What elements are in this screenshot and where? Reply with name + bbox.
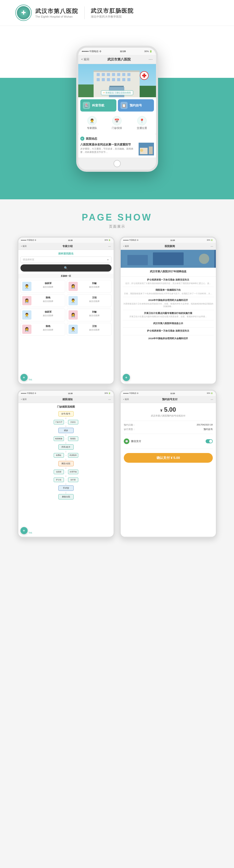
payment-back-button[interactable]: < 返回: [123, 398, 129, 401]
hospital1-sub: The Eighth Hospital of Wuhan: [35, 15, 78, 18]
expert-label: 专家团队: [87, 126, 97, 130]
flow-arrow-5: ↓: [21, 450, 111, 453]
payment-toggle[interactable]: [206, 439, 213, 443]
appointment-button[interactable]: 📋 预约挂号: [118, 99, 154, 112]
expert-card[interactable]: 👨‍⚕️徐跃军副主任医师: [21, 280, 65, 293]
payment-divider-2: [124, 434, 213, 434]
news-signal: ●●●●● 中国电信 令: [123, 239, 138, 242]
flow-box-2: 分诊台: [68, 420, 78, 425]
hospital2-name: 武汉市肛肠医院: [91, 7, 134, 15]
expert-card[interactable]: 👨‍⚕️王恒副主任医师: [67, 323, 111, 336]
svg-rect-16: [117, 78, 120, 81]
phone-back-button[interactable]: < 返回: [81, 57, 89, 61]
news-list-item-excerpt: 为贯彻落实医疗卫生体制深化改革政策方向，全面、客观的评价大会举措，现高效精准的制…: [123, 303, 214, 308]
news-item-title: 八医院离退休老同志欢聚一堂共渡重阳节: [80, 143, 136, 147]
expert-team-item[interactable]: 👨‍⚕️ 专家团队: [80, 115, 104, 131]
home-button[interactable]: [113, 160, 121, 167]
news-item[interactable]: 八医院离退休老同志欢聚一堂共渡重阳节 岁岁重阳，今又重阳，节目多多，其乐融融。新…: [80, 143, 154, 155]
news-list-item[interactable]: 2016年中国临床合理用药大会顺利召开: [123, 335, 214, 343]
screenshots-grid: ●●●●● 中国电信 令 12:20 30% 🔋 < 返回 专家介绍 ··· 按…: [12, 237, 222, 538]
process-fab-label: 导航: [29, 532, 32, 534]
svg-rect-8: [112, 73, 115, 76]
svg-rect-4: [94, 70, 140, 72]
news-featured-item[interactable]: 武汉市第八医院2017年招聘信息: [121, 268, 216, 277]
wechat-pay-option[interactable]: 💬 微信支付: [124, 438, 141, 444]
expert-back-button[interactable]: < 返回: [21, 245, 27, 248]
expert-info: 王恒副主任医师: [79, 296, 110, 303]
expert-search-bar[interactable]: 🔍: [21, 265, 111, 272]
department-select[interactable]: 请选择科室 ▼: [21, 256, 111, 263]
process-back-button[interactable]: < 返回: [21, 398, 27, 401]
confirm-pay-button[interactable]: 确认支付 ¥ 5.00: [124, 453, 213, 463]
news-header: + 医院动态: [80, 136, 154, 141]
hospital1-text: 武汉市第八医院 The Eighth Hospital of Wuhan: [35, 7, 78, 18]
phone-signal: ●●●●● 中国电信 令: [82, 50, 102, 53]
flow-arrow-1: ↓: [21, 417, 111, 420]
expert-more-button[interactable]: ···: [108, 245, 111, 248]
clinic-icon: 📅: [112, 116, 122, 125]
svg-rect-20: [109, 86, 124, 87]
news-time: 12:20: [170, 239, 175, 241]
expert-phone-mockup: ●●●●● 中国电信 令 12:20 30% 🔋 < 返回 专家介绍 ··· 按…: [18, 237, 114, 384]
news-list-item[interactable]: 2016年中国临床合理用药大会顺利召开为贯彻落实医疗卫生体制深化改革政策方向，全…: [123, 297, 214, 310]
svg-point-31: [199, 254, 209, 264]
page-show-section: PAGE SHOW 页面展示 ●●●●● 中国电信 令 12:20 30% 🔋 …: [0, 199, 234, 556]
payment-value: 5.00: [164, 406, 176, 413]
svg-rect-23: [142, 75, 146, 76]
expert-card[interactable]: 👩‍⚕️刘敏副主任医师: [67, 309, 111, 321]
expert-dept: 副主任医师: [79, 329, 110, 331]
phone-more-button[interactable]: ···: [149, 57, 153, 62]
expert-card[interactable]: 👩‍⚕️陈艳副主任医师: [21, 323, 65, 336]
expert-dept: 副主任医师: [79, 314, 110, 317]
expert-grid: 👨‍⚕️徐跃军副主任医师👩‍⚕️刘敏副主任医师👩‍⚕️陈艳副主任医师👨‍⚕️王恒…: [19, 278, 113, 337]
payment-type-value: 预约挂号: [204, 428, 213, 431]
svg-rect-26: [149, 147, 153, 154]
svg-rect-9: [117, 73, 120, 76]
flow-box-ward: 住院部: [54, 470, 64, 474]
expert-name: 刘敏: [79, 282, 110, 285]
flow-arrow-7: ↓: [21, 467, 111, 469]
payment-divider-1: [124, 421, 213, 421]
payment-nav-bar: < 返回 预约挂号支付 ···: [121, 396, 216, 403]
flow-arrow-9: ↓: [21, 483, 111, 485]
expert-card[interactable]: 👩‍⚕️刘敏副主任医师: [67, 280, 111, 293]
svg-rect-30: [153, 252, 184, 265]
flow-box-treatment: 治疗室: [68, 477, 78, 482]
expert-info: 王恒副主任医师: [79, 324, 110, 331]
badge-text: 医保定点 三级公立综合医院: [106, 91, 131, 94]
flow-row-1: 门诊大厅 → 分诊台: [21, 420, 111, 425]
department-nav-button[interactable]: 🏥 科室导航: [80, 99, 116, 112]
news-fab-button[interactable]: +: [123, 374, 130, 381]
process-more-button[interactable]: ···: [108, 398, 111, 401]
wechat-pay-label: 微信支付: [131, 439, 141, 443]
expert-card[interactable]: 👩‍⚕️陈艳副主任医师: [21, 294, 65, 307]
news-list-item[interactable]: 武汉市第八医院环境信息公示: [123, 320, 214, 328]
expert-name: 王恒: [79, 296, 110, 299]
expert-card[interactable]: 👨‍⚕️王恒副主任医师: [67, 294, 111, 307]
news-more-button[interactable]: ···: [210, 245, 213, 248]
news-back-button[interactable]: < 返回: [123, 245, 129, 248]
expert-info: 陈艳副主任医师: [33, 296, 63, 303]
news-list-item-excerpt: 日前，我院陆续迎来了77名来自德国的知名大学学生参与实习，在我院工作了一个月的时…: [123, 292, 214, 295]
flow-node-start: 挂号/取号: [58, 411, 74, 416]
expert-card[interactable]: 👨‍⚕️徐跃军副主任医师: [21, 309, 65, 321]
news-phone-mockup: ●●●●● 中国电信 令 12:20 30% 🔋 < 返回 医院新闻 ··· 武…: [120, 237, 217, 384]
site-header: ✚ 武汉市第八医院 The Eighth Hospital of Wuhan 武…: [0, 0, 234, 26]
navigation-fab-button[interactable]: +: [21, 374, 28, 381]
news-list-item[interactable]: 护士招房发现一万余元现金 连夜交还失主近日，护士招房发现了大量失落的钱财并连夜归…: [123, 277, 214, 287]
hospital-badge: ★ 医保定点 三级公立综合医院: [101, 90, 133, 95]
payment-more-button[interactable]: ···: [210, 398, 213, 401]
news-list-item[interactable]: 我院迎来一批德国实习生日前，我院陆续迎来了77名来自德国的知名大学学生参与实习，…: [123, 287, 214, 297]
svg-rect-17: [122, 78, 125, 81]
process-fab-button[interactable]: +: [21, 527, 28, 534]
news-list-item[interactable]: 护士招房发现一万余元现金 连夜交还失主: [123, 328, 214, 335]
news-list-item-title: 护士招房发现一万余元现金 连夜交还失主: [123, 330, 214, 333]
flow-node-end: 离院/住院: [58, 461, 74, 466]
location-item[interactable]: 📍 交通位置: [130, 115, 154, 131]
expert-sub-title: 按科室找医生: [19, 250, 113, 256]
flow-arrow-8: ↓: [21, 475, 111, 477]
svg-rect-2: [140, 86, 156, 97]
flow-row-4: 住院部 ← 办理手续: [21, 470, 111, 474]
clinic-schedule-item[interactable]: 📅 门诊安排: [105, 115, 129, 131]
news-list-item[interactable]: 开展卫生计生重点问题专项整治行动的实施方案开展卫生计生重点问题专项整治行动旨在最…: [123, 310, 214, 320]
